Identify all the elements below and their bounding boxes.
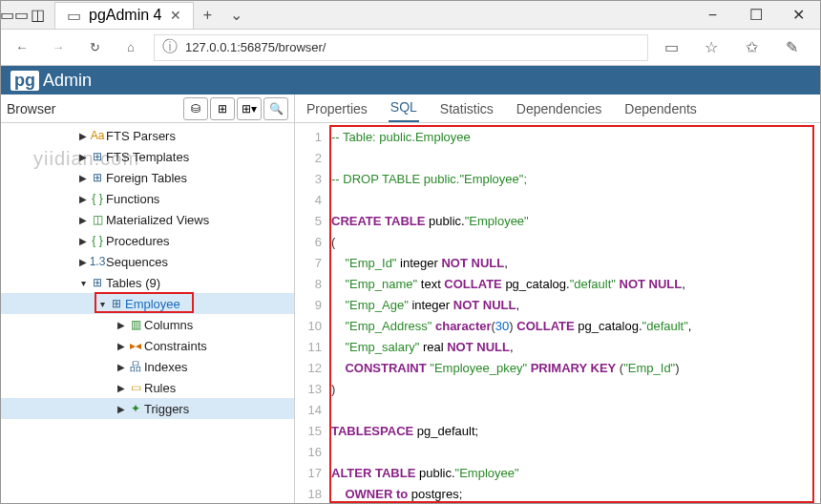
tree-item[interactable]: ▶⊞FTS Templates [1, 146, 294, 167]
tree-node-label: Functions [106, 192, 159, 206]
expand-icon[interactable]: ▶ [116, 404, 127, 414]
code-line: -- Table: public.Employee [331, 127, 814, 148]
line-number: 18 [295, 484, 322, 504]
code-line: "Emp_salary" real NOT NULL, [331, 337, 814, 358]
back-button[interactable]: ← [9, 34, 35, 61]
reading-view-icon[interactable]: ▭ [658, 34, 684, 61]
tree-node-icon: ⊞ [89, 150, 106, 163]
tree-item[interactable]: ▾⊞Employee [1, 293, 294, 314]
sql-code[interactable]: -- Table: public.Employee-- DROP TABLE p… [327, 123, 820, 504]
forward-button[interactable]: → [45, 34, 72, 61]
tree-item[interactable]: ▶▥Columns [1, 314, 294, 335]
tree-node-icon: Aa [89, 129, 106, 142]
expand-icon[interactable]: ▶ [77, 215, 89, 225]
tree-item[interactable]: ▶AaFTS Parsers [1, 125, 294, 146]
browser-tab[interactable]: ▭ pgAdmin 4 ✕ [54, 2, 194, 29]
tab-dependents[interactable]: Dependents [622, 95, 699, 122]
expand-icon[interactable]: ▶ [77, 131, 89, 141]
minimize-button[interactable]: − [691, 1, 734, 30]
window-split-icon[interactable]: ◫ [28, 6, 47, 25]
tree-item[interactable]: ▶✦Triggers [1, 398, 294, 419]
tree-node-icon: { } [89, 192, 106, 205]
code-line: -- DROP TABLE public."Employee"; [331, 169, 814, 190]
tab-overflow-icon[interactable]: ⌄ [222, 6, 251, 24]
line-number: 1 [295, 127, 322, 148]
tree-node-icon: 品 [127, 359, 144, 375]
line-number: 17 [295, 463, 322, 484]
tree-node-label: Indexes [144, 360, 188, 374]
tab-close-icon[interactable]: ✕ [170, 8, 181, 23]
tree-node-icon: ✦ [127, 402, 144, 415]
code-line: "Emp_name" text COLLATE pg_catalog."defa… [331, 274, 814, 295]
tab-dependencies[interactable]: Dependencies [515, 95, 604, 122]
expand-icon[interactable]: ▶ [77, 257, 89, 267]
favorites-list-icon[interactable]: ✩ [738, 34, 765, 61]
tree-item[interactable]: ▶{ }Procedures [1, 230, 294, 251]
pgadmin-header: pgAdmin [1, 66, 820, 94]
code-line: "Emp_Address" character(30) COLLATE pg_c… [331, 316, 814, 337]
favorite-icon[interactable]: ☆ [698, 34, 725, 61]
line-number: 12 [295, 358, 322, 379]
line-number: 8 [295, 274, 322, 295]
close-button[interactable]: ✕ [777, 1, 820, 30]
info-icon[interactable]: ⓘ [162, 37, 178, 57]
code-line: "Emp_Age" integer NOT NULL, [331, 295, 814, 316]
expand-icon[interactable]: ▶ [116, 320, 127, 330]
tree-node-label: Columns [144, 318, 193, 332]
tree-node-icon: ⊞ [89, 171, 106, 184]
line-number: 16 [295, 442, 322, 463]
line-number: 13 [295, 379, 322, 400]
expand-icon[interactable]: ▶ [77, 194, 89, 204]
tree-item[interactable]: ▶▸◂Constraints [1, 335, 294, 356]
new-tab-button[interactable]: + [194, 7, 222, 24]
sql-editor: 123456789101112131415161718 -- Table: pu… [295, 123, 820, 504]
line-gutter: 123456789101112131415161718 [295, 123, 327, 504]
tree-node-label: Sequences [106, 255, 168, 269]
tree-item[interactable]: ▶▭Rules [1, 377, 294, 398]
view-data-button[interactable]: ⊞ [210, 97, 235, 120]
tree-node-label: FTS Parsers [106, 129, 176, 143]
notes-icon[interactable]: ✎ [778, 34, 805, 61]
expand-icon[interactable]: ▶ [116, 383, 127, 393]
expand-icon[interactable]: ▾ [77, 278, 89, 288]
query-tool-button[interactable]: ⛁ [183, 97, 208, 120]
expand-icon[interactable]: ▶ [77, 173, 89, 183]
expand-icon[interactable]: ▶ [77, 152, 89, 162]
tree-item[interactable]: ▶◫Materialized Views [1, 209, 294, 230]
tree-node-icon: ▸◂ [127, 339, 144, 352]
tree-node-label: Constraints [144, 339, 207, 353]
url-field[interactable]: ⓘ [154, 34, 648, 61]
tree-item[interactable]: ▶1.3Sequences [1, 251, 294, 272]
home-button[interactable]: ⌂ [117, 34, 144, 61]
window-cascade-icon[interactable]: ▭▭ [5, 6, 24, 25]
address-bar: ← → ↻ ⌂ ⓘ ▭ ☆ ✩ ✎ [1, 30, 820, 66]
url-input[interactable] [185, 40, 640, 54]
object-tree[interactable]: ▶AaFTS Parsers▶⊞FTS Templates▶⊞Foreign T… [1, 123, 294, 503]
tree-node-label: Triggers [144, 402, 189, 416]
browser-panel-header: Browser ⛁ ⊞ ⊞▾ 🔍 [1, 94, 294, 123]
code-line: ALTER TABLE public."Employee" [331, 463, 814, 484]
tree-node-icon: ◫ [89, 213, 106, 226]
filter-rows-button[interactable]: ⊞▾ [237, 97, 262, 120]
tab-properties[interactable]: Properties [305, 95, 369, 122]
tree-item[interactable]: ▶{ }Functions [1, 188, 294, 209]
tree-node-label: Tables (9) [106, 276, 160, 290]
tab-statistics[interactable]: Statistics [438, 95, 495, 122]
maximize-button[interactable]: ☐ [734, 1, 777, 30]
tree-node-icon: 1.3 [89, 255, 106, 268]
refresh-button[interactable]: ↻ [81, 34, 108, 61]
tree-item[interactable]: ▶⊞Foreign Tables [1, 167, 294, 188]
expand-icon[interactable]: ▶ [116, 362, 127, 372]
expand-icon[interactable]: ▶ [77, 236, 89, 246]
tree-item[interactable]: ▾⊞Tables (9) [1, 272, 294, 293]
search-objects-button[interactable]: 🔍 [263, 97, 288, 120]
tab-sql[interactable]: SQL [389, 94, 419, 122]
code-line: CONSTRAINT "Employee_pkey" PRIMARY KEY (… [331, 358, 814, 379]
line-number: 10 [295, 316, 322, 337]
tab-page-icon: ▭ [67, 7, 81, 25]
code-line [331, 148, 814, 169]
tree-item[interactable]: ▶品Indexes [1, 356, 294, 377]
expand-icon[interactable]: ▶ [116, 341, 127, 351]
line-number: 9 [295, 295, 322, 316]
code-line [331, 190, 814, 211]
